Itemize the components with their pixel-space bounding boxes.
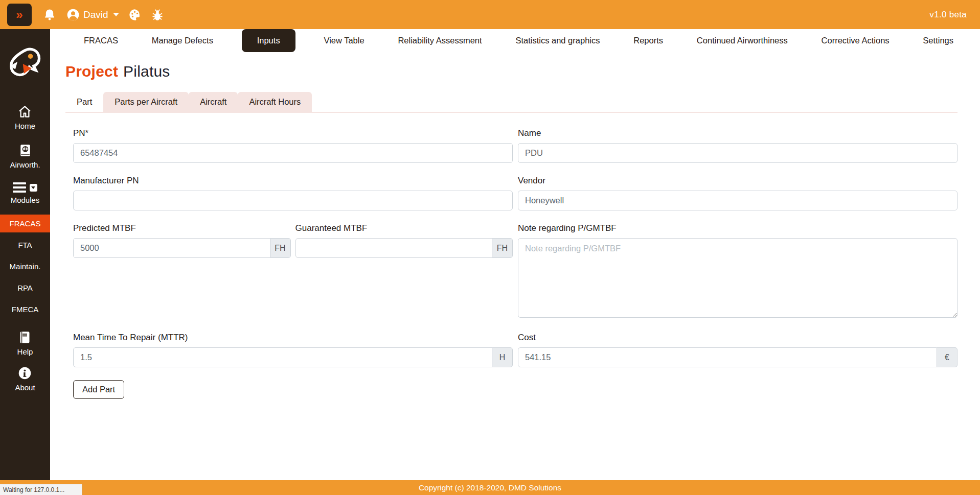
cost-input[interactable] [518,347,937,367]
vendor-label: Vendor [518,176,958,186]
mttr-input[interactable] [73,347,492,367]
book-globe-icon [18,144,32,157]
predicted-mtbf-input[interactable] [73,238,270,258]
sidebar-item-fmeca[interactable]: FMECA [0,300,50,318]
footer: Copyright (c) 2018-2020, DMD Solutions [0,480,980,495]
sidebar-item-label: Airworth. [10,160,40,169]
sidebar-item-modules[interactable]: Modules [11,182,40,204]
sidebar-item-fta[interactable]: FTA [0,236,50,254]
tab-part[interactable]: Part [65,92,103,112]
nav-reliability-assessment[interactable]: Reliability Assessment [393,29,487,52]
copyright-text: Copyright (c) 2018-2020, DMD Solutions [419,483,561,492]
nav-settings[interactable]: Settings [918,29,959,52]
sidebar-item-label: About [15,383,35,392]
manufacturer-pn-input[interactable] [73,191,513,210]
user-avatar-icon [66,8,80,21]
nav-inputs[interactable]: Inputs [242,29,295,52]
nav-statistics-and-graphics[interactable]: Statistics and graphics [510,29,605,52]
main-content: FRACAS Manage Defects Inputs View Table … [50,29,980,480]
mttr-unit: H [492,347,513,367]
note-label: Note regarding P/GMTBF [518,223,958,233]
add-part-button[interactable]: Add Part [73,380,124,399]
vendor-input[interactable] [518,191,958,210]
status-text: Waiting for 127.0.0.1... [3,486,64,493]
guaranteed-mtbf-unit: FH [492,238,513,258]
part-form: PN* Name Manufacturer PN Vendor [65,128,958,399]
browser-status-bar: Waiting for 127.0.0.1... [0,484,82,495]
sidebar-item-fracas[interactable]: FRACAS [0,215,50,232]
info-icon [18,366,32,380]
modules-dropdown-icon [30,184,37,192]
guaranteed-mtbf-label: Guaranteed MTBF [295,223,513,233]
user-menu[interactable]: David [66,8,119,21]
menu-icon [13,182,26,193]
predicted-mtbf-unit: FH [270,238,291,258]
pn-label: PN* [73,128,513,138]
notifications-bell-icon[interactable] [42,7,57,22]
sidebar-item-label: Home [15,122,35,130]
sidebar-item-label: Modules [11,196,40,204]
sidebar-item-about[interactable]: About [15,366,35,392]
guaranteed-mtbf-input[interactable] [295,238,493,258]
page-title-prefix: Project [65,63,118,80]
mttr-label: Mean Time To Repair (MTTR) [73,333,513,343]
page-title: ProjectPilatus [65,63,958,80]
nav-fracas[interactable]: FRACAS [79,29,123,52]
user-name: David [83,9,108,20]
home-icon [18,105,32,119]
sidebar-item-airworthiness[interactable]: Airworth. [10,144,40,169]
sidebar-item-rpa[interactable]: RPA [0,279,50,297]
nav-reports[interactable]: Reports [628,29,668,52]
sidebar: Home Airworth. Modules FRACAS FTA Mainta… [0,29,50,480]
cost-label: Cost [518,333,958,343]
page-title-name: Pilatus [123,63,170,80]
nav-continued-airworthiness[interactable]: Continued Airworthiness [692,29,793,52]
sidebar-collapse-button[interactable]: » [7,4,32,26]
tab-parts-per-aircraft[interactable]: Parts per Aircraft [103,92,189,112]
pn-input[interactable] [73,143,513,163]
nav-corrective-actions[interactable]: Corrective Actions [816,29,895,52]
app-logo-bird [8,45,42,82]
sidebar-item-help[interactable]: Help [17,331,33,356]
debug-bug-icon[interactable] [150,7,165,22]
nav-view-table[interactable]: View Table [318,29,369,52]
sidebar-item-label: Help [17,347,33,356]
part-tabs: Part Parts per Aircraft Aircraft Aircraf… [65,92,958,113]
name-label: Name [518,128,958,138]
manufacturer-pn-label: Manufacturer PN [73,176,513,186]
predicted-mtbf-label: Predicted MTBF [73,223,291,233]
tab-aircraft[interactable]: Aircraft [189,92,238,112]
tab-aircraft-hours[interactable]: Aircraft Hours [238,92,312,112]
top-bar: » David v1.0 beta [0,0,980,29]
theme-palette-icon[interactable] [127,7,143,22]
nav-manage-defects[interactable]: Manage Defects [147,29,218,52]
note-textarea[interactable] [518,238,958,318]
sidebar-item-home[interactable]: Home [15,105,35,130]
sidebar-item-maintain[interactable]: Maintain. [0,257,50,275]
book-icon [18,331,32,344]
cost-unit: € [937,347,958,367]
caret-down-icon [113,13,119,16]
module-nav: FRACAS Manage Defects Inputs View Table … [50,29,980,52]
version-label: v1.0 beta [929,10,967,20]
name-input[interactable] [518,143,958,163]
